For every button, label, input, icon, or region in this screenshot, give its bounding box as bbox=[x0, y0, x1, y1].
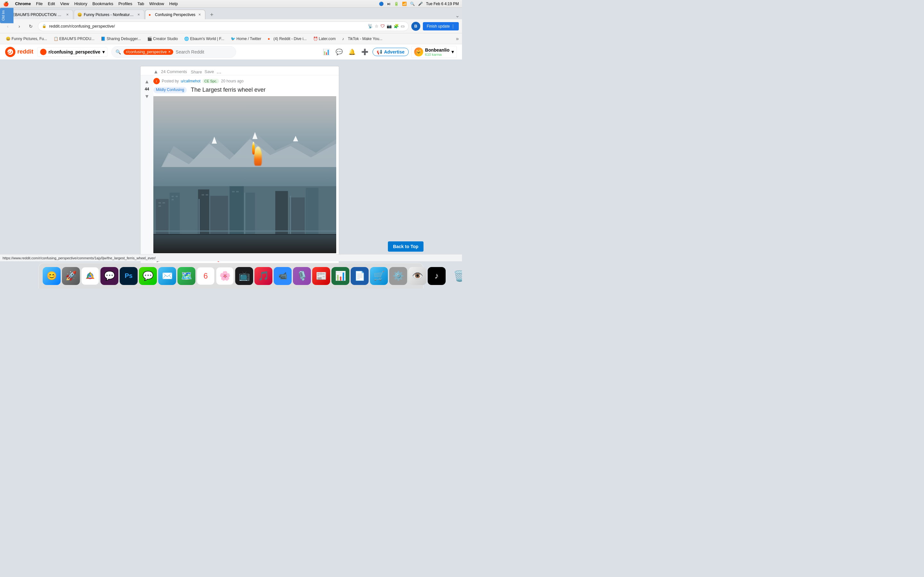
finder-icon: 😊 bbox=[47, 271, 57, 281]
new-tab-button[interactable]: + bbox=[207, 10, 216, 19]
photos-icon: 🌸 bbox=[220, 271, 231, 281]
search-tag[interactable]: r/confusing_perspective ✕ bbox=[124, 49, 173, 55]
dock-tiktok[interactable]: ♪ bbox=[428, 267, 446, 285]
search-tag-label: r/confusing_perspective bbox=[126, 50, 167, 54]
dock-mail[interactable]: ✉️ bbox=[158, 267, 176, 285]
share-link[interactable]: Share bbox=[191, 69, 202, 75]
tab-3-active[interactable]: ● Confusing Perspectives ✕ bbox=[145, 10, 205, 19]
user-chevron: ▾ bbox=[451, 49, 454, 55]
bookmark-2-label: EBAUM'S PRODU... bbox=[59, 37, 95, 41]
bookmark-funny-pictures[interactable]: 😄 Funny Pictures, Fu... bbox=[3, 35, 50, 43]
menubar-view[interactable]: View bbox=[60, 1, 69, 6]
extensions-icon[interactable]: 🧩 bbox=[394, 24, 399, 29]
reload-button[interactable]: ↻ bbox=[26, 22, 35, 31]
profile-button[interactable]: B bbox=[411, 22, 420, 31]
post-flair[interactable]: CE Spc. bbox=[202, 79, 219, 83]
url-bar[interactable]: 🔒 reddit.com/r/confusing_perspective/ 📡 … bbox=[38, 21, 409, 31]
dock-launchpad[interactable]: 🚀 bbox=[62, 267, 80, 285]
dock-maps[interactable]: 🗺️ bbox=[178, 267, 195, 285]
svg-rect-29 bbox=[236, 191, 239, 192]
finish-update-button[interactable]: Finish update ⋮ bbox=[423, 22, 459, 31]
dock-news[interactable]: 📰 bbox=[312, 267, 330, 285]
bookmark-reddit[interactable]: ● (4) Reddit - Dive i... bbox=[265, 35, 309, 43]
menubar-edit[interactable]: Edit bbox=[48, 1, 55, 6]
dock-finder[interactable]: 😊 bbox=[43, 267, 61, 285]
bookmark-sharing[interactable]: 📘 Sharing Debugger... bbox=[98, 35, 144, 43]
downvote-button[interactable]: ▼ bbox=[143, 93, 151, 100]
bookmarks-more-button[interactable]: » bbox=[456, 36, 459, 42]
bookmark-ebaum[interactable]: 📋 EBAUM'S PRODU... bbox=[51, 35, 97, 43]
save-link[interactable]: Save bbox=[204, 69, 214, 74]
post-image[interactable] bbox=[153, 96, 336, 253]
dock-numbers[interactable]: 📊 bbox=[331, 267, 349, 285]
dock-podcasts[interactable]: 🎙️ bbox=[293, 267, 311, 285]
bookmark-star-icon[interactable]: ☆ bbox=[375, 24, 379, 29]
dock-trash[interactable]: 🗑️ bbox=[451, 267, 462, 285]
back-to-top-button[interactable]: Back to Top bbox=[388, 242, 423, 251]
menubar-profiles[interactable]: Profiles bbox=[118, 1, 132, 6]
notifications-icon[interactable]: 🔔 bbox=[347, 47, 357, 57]
more-options[interactable]: ... bbox=[216, 68, 221, 75]
tab-3-close[interactable]: ✕ bbox=[197, 13, 202, 17]
bookmark-later[interactable]: ⏰ Later.com bbox=[310, 35, 338, 43]
search-menubar-icon[interactable]: 🔍 bbox=[410, 2, 415, 6]
reddit-logo[interactable]: reddit bbox=[5, 47, 33, 57]
status-url: https://www.reddit.com/r/confusing_persp… bbox=[3, 256, 156, 260]
post-title: Mildly Confusing The Largest ferris whee… bbox=[153, 86, 336, 93]
vote-up-top-icon[interactable]: ▲ bbox=[153, 69, 158, 75]
subreddit-selector[interactable]: r/confusing_perspective ▾ bbox=[37, 47, 107, 57]
dock-appletv[interactable]: 📺 bbox=[235, 267, 253, 285]
forward-button[interactable]: › bbox=[15, 22, 24, 31]
search-input[interactable] bbox=[176, 49, 232, 55]
advertise-button[interactable]: 📢 Advertise bbox=[373, 48, 409, 56]
dock-slack[interactable]: 💬 bbox=[100, 267, 118, 285]
user-name: Bonbeanlio bbox=[425, 47, 449, 53]
bookmark-tiktok[interactable]: ♪ TikTok - Make You... bbox=[339, 35, 385, 43]
upvote-button[interactable]: ▲ bbox=[143, 78, 151, 85]
dock-preview[interactable]: 👁️ bbox=[409, 267, 426, 285]
cast-icon[interactable]: 📡 bbox=[368, 24, 373, 29]
popular-icon[interactable]: 📊 bbox=[321, 47, 331, 57]
dock-pages[interactable]: 📄 bbox=[351, 267, 368, 285]
mail-icon: ✉️ bbox=[162, 271, 173, 281]
comments-link[interactable]: 24 Comments bbox=[161, 69, 187, 74]
tab-1-close[interactable]: ✕ bbox=[65, 13, 69, 17]
advertise-label: Advertise bbox=[384, 49, 405, 55]
bookmark-twitter[interactable]: 🐦 Home / Twitter bbox=[228, 35, 264, 43]
bluetooth-icon: 🔵 bbox=[379, 2, 384, 6]
bookmark-ebaum-world[interactable]: 🌐 Ebaum's World | F... bbox=[182, 35, 227, 43]
split-view-icon[interactable]: ▭ bbox=[401, 24, 405, 29]
post-flair-inline[interactable]: Mildly Confusing bbox=[153, 87, 187, 93]
dock-sysprefs[interactable]: ⚙️ bbox=[389, 267, 407, 285]
dock-photos[interactable]: 🌸 bbox=[216, 267, 234, 285]
dock-appstore[interactable]: 🛒 bbox=[370, 267, 388, 285]
menubar-bookmarks[interactable]: Bookmarks bbox=[92, 1, 113, 6]
menubar-file[interactable]: File bbox=[36, 1, 43, 6]
siri-icon[interactable]: 🎤 bbox=[418, 2, 423, 6]
tab-bar: 🎭 EBAUM'S PRODUCTION SCH... ✕ 😄 Funny Pi… bbox=[0, 8, 462, 19]
dock-calendar[interactable]: 6 bbox=[197, 267, 215, 285]
add-post-icon[interactable]: ➕ bbox=[360, 47, 370, 57]
reddit-search-bar[interactable]: 🔍 r/confusing_perspective ✕ bbox=[111, 46, 236, 58]
tab-2-close[interactable]: ✕ bbox=[136, 13, 141, 17]
dock-music[interactable]: 🎵 bbox=[254, 267, 272, 285]
menubar-tab[interactable]: Tab bbox=[137, 1, 144, 6]
chat-icon[interactable]: 💬 bbox=[334, 47, 344, 57]
bookmark-creator[interactable]: 🎬 Creator Studio bbox=[145, 35, 180, 43]
search-tag-close[interactable]: ✕ bbox=[168, 50, 171, 53]
menubar-window[interactable]: Window bbox=[149, 1, 164, 6]
apple-menu[interactable]: 🍎 bbox=[3, 1, 9, 6]
dock-zoom[interactable]: 📹 bbox=[274, 267, 292, 285]
post-author[interactable]: u/callmehot bbox=[181, 79, 200, 83]
dock-chrome[interactable] bbox=[81, 267, 99, 285]
tab-menu-button[interactable]: ⌄ bbox=[455, 13, 459, 19]
adblock-icon[interactable]: 🛡 bbox=[381, 24, 384, 29]
old-image-tab[interactable]: Old Im bbox=[0, 8, 13, 23]
menubar-help[interactable]: Help bbox=[170, 1, 178, 6]
menubar-history[interactable]: History bbox=[74, 1, 87, 6]
dock-messages[interactable]: 💬 bbox=[139, 267, 157, 285]
user-info[interactable]: 🐱 Bonbeanlio 610 karma ▾ bbox=[411, 46, 457, 58]
lens-icon[interactable]: 📷 bbox=[387, 24, 392, 29]
dock-photoshop[interactable]: Ps bbox=[120, 267, 137, 285]
tab-2[interactable]: 😄 Funny Pictures - Nonfeature... ✕ bbox=[74, 10, 144, 19]
